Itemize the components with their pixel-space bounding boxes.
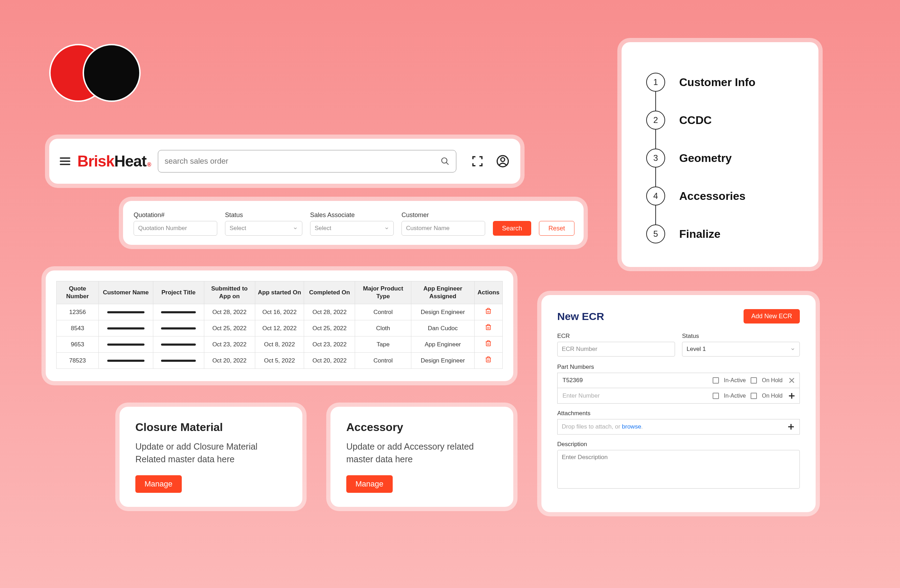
delete-icon[interactable] bbox=[485, 358, 492, 365]
cell-quote-number: 12356 bbox=[57, 304, 99, 320]
step-label: Accessories bbox=[679, 190, 746, 203]
search-button[interactable]: Search bbox=[493, 221, 531, 236]
cell-completed: Oct 25, 2022 bbox=[304, 320, 355, 336]
add-new-ecr-button[interactable]: Add New ECR bbox=[743, 309, 800, 323]
chevron-down-icon bbox=[293, 226, 298, 231]
cell-product-type: Control bbox=[355, 353, 411, 369]
filter-status: Status Select bbox=[225, 212, 303, 236]
cell-app-started: Oct 16, 2022 bbox=[255, 304, 304, 320]
part-number-row-1: T52369 In-Active On Hold bbox=[557, 373, 800, 388]
th-product-type: Major Product Type bbox=[355, 282, 411, 304]
svg-rect-13 bbox=[487, 358, 491, 362]
cell-quote-number: 78523 bbox=[57, 353, 99, 369]
remove-part-icon[interactable] bbox=[787, 376, 796, 385]
ecr-header: New ECR Add New ECR bbox=[557, 309, 800, 323]
add-attachment-icon[interactable] bbox=[787, 422, 795, 431]
delete-icon[interactable] bbox=[485, 309, 492, 316]
cell-actions bbox=[474, 320, 503, 336]
filter-quotation-label: Quotation# bbox=[133, 212, 217, 219]
cell-product-type: Control bbox=[355, 304, 411, 320]
part-number-row-2: Enter Number In-Active On Hold bbox=[557, 388, 800, 404]
reset-button[interactable]: Reset bbox=[539, 221, 574, 236]
search-icon[interactable] bbox=[441, 157, 450, 166]
part-number-value[interactable]: T52369 bbox=[561, 377, 708, 384]
cell-submitted: Oct 25, 2022 bbox=[204, 320, 255, 336]
stepper-panel: 1 Customer Info 2 CCDC 3 Geometry 4 Acce… bbox=[622, 42, 818, 267]
filter-customer-label: Customer bbox=[402, 212, 485, 219]
step-1[interactable]: 1 Customer Info bbox=[646, 63, 798, 101]
filter-quotation: Quotation# Quotation Number bbox=[133, 212, 217, 236]
filter-bar: Quotation# Quotation Number Status Selec… bbox=[123, 201, 583, 245]
cell-completed: Oct 20, 2022 bbox=[304, 353, 355, 369]
accessory-card: Accessory Update or add Accessory relate… bbox=[331, 407, 513, 507]
th-project-title: Project Title bbox=[153, 282, 204, 304]
th-completed: Completed On bbox=[304, 282, 355, 304]
logo-circles bbox=[49, 42, 147, 105]
ecr-number-input[interactable]: ECR Number bbox=[557, 342, 675, 356]
brand-part1: Brisk bbox=[78, 152, 114, 170]
appbar-icons bbox=[470, 154, 510, 168]
accessory-manage-button[interactable]: Manage bbox=[346, 475, 393, 493]
filter-sales-associate-select[interactable]: Select bbox=[310, 221, 394, 236]
attachments-dropzone[interactable]: Drop files to attach, or browse. bbox=[557, 419, 800, 435]
onhold-checkbox[interactable] bbox=[751, 393, 757, 399]
cell-customer-name bbox=[98, 304, 153, 320]
closure-material-card: Closure Material Update or add Closure M… bbox=[119, 407, 303, 507]
search-input[interactable] bbox=[164, 157, 437, 166]
table-row: 8543Oct 25, 2022Oct 12, 2022Oct 25, 2022… bbox=[57, 320, 503, 336]
step-label: Finalize bbox=[679, 227, 720, 241]
inactive-checkbox[interactable] bbox=[712, 377, 719, 384]
filter-status-select[interactable]: Select bbox=[225, 221, 303, 236]
step-label: CCDC bbox=[679, 114, 712, 127]
description-input[interactable] bbox=[557, 450, 800, 489]
fullscreen-icon[interactable] bbox=[470, 154, 484, 168]
onhold-checkbox[interactable] bbox=[751, 377, 757, 384]
th-app-started: App started On bbox=[255, 282, 304, 304]
menu-icon[interactable] bbox=[60, 157, 70, 165]
th-customer-name: Customer Name bbox=[98, 282, 153, 304]
closure-manage-button[interactable]: Manage bbox=[135, 475, 182, 493]
cell-project-title bbox=[153, 320, 204, 336]
delete-icon[interactable] bbox=[485, 342, 492, 348]
cell-project-title bbox=[153, 353, 204, 369]
cell-project-title bbox=[153, 336, 204, 353]
ecr-status-select[interactable]: Level 1 bbox=[682, 342, 800, 356]
cell-actions bbox=[474, 336, 503, 353]
part-numbers-label: Part Numbers bbox=[557, 364, 800, 371]
step-4[interactable]: 4 Accessories bbox=[646, 177, 798, 215]
cell-product-type: Cloth bbox=[355, 320, 411, 336]
step-2[interactable]: 2 CCDC bbox=[646, 101, 798, 139]
th-submitted: Submitted to App on bbox=[204, 282, 255, 304]
cell-actions bbox=[474, 353, 503, 369]
cell-customer-name bbox=[98, 353, 153, 369]
cell-engineer: Design Engineer bbox=[411, 304, 475, 320]
browse-link[interactable]: browse bbox=[622, 423, 641, 430]
ecr-status-col: Status Level 1 bbox=[682, 333, 800, 356]
step-5[interactable]: 5 Finalize bbox=[646, 215, 798, 253]
attachments-label: Attachments bbox=[557, 410, 800, 417]
filter-quotation-input[interactable]: Quotation Number bbox=[133, 221, 217, 236]
chevron-down-icon bbox=[790, 347, 795, 351]
search-box[interactable] bbox=[158, 150, 456, 172]
delete-icon[interactable] bbox=[485, 326, 492, 332]
app-bar: BriskHeat® bbox=[49, 139, 520, 184]
closure-card-text: Update or add Closure Material Related m… bbox=[135, 440, 287, 469]
cell-engineer: Design Engineer bbox=[411, 353, 475, 369]
inactive-checkbox[interactable] bbox=[712, 393, 719, 399]
filter-status-label: Status bbox=[225, 212, 303, 219]
part-number-placeholder[interactable]: Enter Number bbox=[561, 392, 708, 399]
ecr-number-label: ECR bbox=[557, 333, 675, 340]
account-icon[interactable] bbox=[496, 154, 510, 168]
th-actions: Actions bbox=[474, 282, 503, 304]
accessory-card-text: Update or add Accessory related master d… bbox=[346, 440, 498, 469]
add-part-icon[interactable] bbox=[787, 391, 796, 400]
new-ecr-panel: New ECR Add New ECR ECR ECR Number Statu… bbox=[542, 295, 816, 512]
onhold-label: On Hold bbox=[762, 393, 782, 399]
step-3[interactable]: 3 Geometry bbox=[646, 139, 798, 177]
filter-customer-input[interactable]: Customer Name bbox=[402, 221, 485, 236]
closure-card-title: Closure Material bbox=[135, 421, 287, 434]
cell-quote-number: 8543 bbox=[57, 320, 99, 336]
cell-customer-name bbox=[98, 320, 153, 336]
svg-rect-10 bbox=[487, 342, 491, 346]
cell-submitted: Oct 28, 2022 bbox=[204, 304, 255, 320]
